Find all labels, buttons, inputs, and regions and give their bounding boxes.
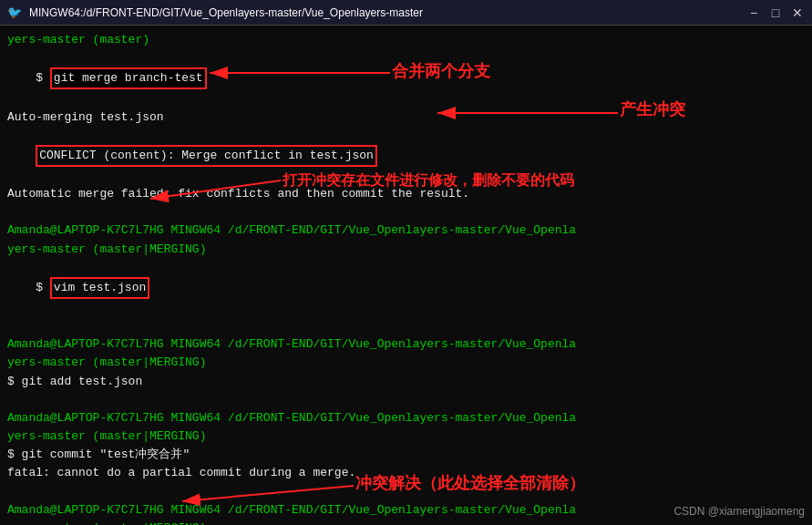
close-button[interactable]: ✕ [790, 5, 805, 20]
terminal-line: Amanda@LAPTOP-K7C7L7HG MINGW64 /d/FRONT-… [7, 335, 805, 354]
terminal-line: yers-master (master|MERGING) [7, 520, 805, 525]
terminal-line: fatal: cannot do a partial commit during… [7, 464, 805, 482]
terminal-line: yers-master (master|MERGING) [7, 354, 805, 372]
terminal-line [7, 482, 805, 500]
maximize-button[interactable]: □ [768, 5, 783, 20]
minimize-button[interactable]: − [746, 5, 761, 20]
terminal-line: Auto-merging test.json [7, 108, 805, 127]
terminal-line: $ git add test.json [7, 373, 805, 391]
terminal-line: Amanda@LAPTOP-K7C7L7HG MINGW64 /d/FRONT-… [7, 221, 805, 240]
terminal-line: Amanda@LAPTOP-K7C7L7HG MINGW64 /d/FRONT-… [7, 409, 805, 427]
title-bar: 🐦 MINGW64:/d/FRONT-END/GIT/Vue_Openlayer… [0, 0, 812, 26]
terminal-line: CONFLICT (content): Merge conflict in te… [7, 127, 805, 185]
terminal-line [7, 391, 805, 409]
terminal-line: yers-master (master|MERGING) [7, 427, 805, 446]
terminal-line: $ vim test.json [7, 259, 805, 317]
terminal-line [7, 203, 805, 221]
terminal-line: $ git merge branch-test [7, 49, 805, 108]
window-controls: − □ ✕ [746, 5, 805, 20]
window-title: MINGW64:/d/FRONT-END/GIT/Vue_Openlayers-… [29, 6, 746, 19]
watermark: CSDN @xiamengjiaomeng [673, 505, 805, 518]
terminal-line: yers-master (master|MERGING) [7, 241, 805, 259]
terminal-line: yers-master (master) [7, 31, 805, 49]
terminal-line: Automatic merge failed; fix conflicts an… [7, 185, 805, 203]
terminal: yers-master (master) $ git merge branch-… [0, 26, 812, 525]
terminal-line: $ git commit "test冲突合并" [7, 446, 805, 464]
terminal-line [7, 317, 805, 335]
app-icon: 🐦 [7, 5, 22, 20]
